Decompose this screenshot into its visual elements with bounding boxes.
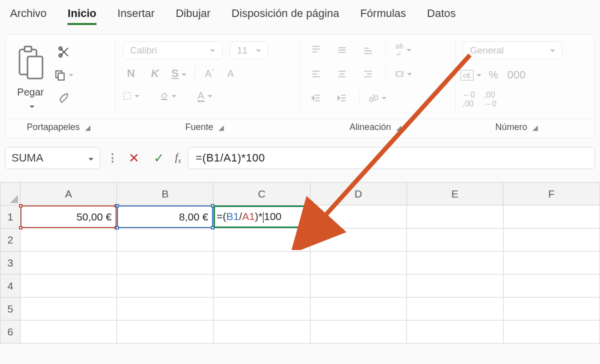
cell-A2[interactable] [20,228,117,252]
cell-C1[interactable]: =(B1/A1)*100 [214,206,310,228]
formula-input[interactable]: =(B1/A1)*100 [188,147,595,169]
number-format-select[interactable]: General [462,42,562,60]
menu-formulas[interactable]: Fórmulas [360,7,406,25]
thousands-button[interactable]: 000 [508,68,526,82]
cell-E1[interactable] [406,206,503,228]
align-left-button[interactable] [308,66,324,82]
align-center-button[interactable] [334,66,350,82]
cell-F1[interactable] [503,206,600,228]
cell-C6[interactable] [214,320,310,344]
grow-font-button[interactable]: A^ [202,68,217,80]
cell-D1[interactable] [310,206,406,228]
font-dialog-launcher[interactable]: ◢ [218,124,224,132]
cell-C3[interactable] [214,252,310,274]
cell-B3[interactable] [117,252,214,274]
cancel-formula-button[interactable]: ✕ [125,150,143,166]
menu-datos[interactable]: Datos [427,7,456,25]
cell-C2[interactable] [214,228,310,252]
row-header-5[interactable]: 5 [0,298,20,320]
col-header-D[interactable]: D [310,182,406,206]
row-header-6[interactable]: 6 [0,320,20,344]
cell-E6[interactable] [406,320,503,344]
borders-button[interactable] [122,88,140,104]
cut-button[interactable] [52,44,76,60]
font-size-select[interactable]: 11 [230,42,268,60]
cell-E2[interactable] [406,228,503,252]
cell-C4[interactable] [214,274,310,298]
cell-F6[interactable] [503,320,600,344]
grid[interactable]: A B C D E F 1 50,00 € 8,00 € =(B1/A1)*10… [0,182,600,344]
col-header-C[interactable]: C [214,182,310,206]
cell-C5[interactable] [214,298,310,320]
row-header-2[interactable]: 2 [0,228,20,252]
cell-F4[interactable] [503,274,600,298]
increase-indent-button[interactable] [334,90,350,106]
cell-D2[interactable] [310,228,406,252]
cell-E3[interactable] [406,252,503,274]
cell-D6[interactable] [310,320,406,344]
wrap-text-button[interactable]: ab⤶ [395,42,412,58]
currency-button[interactable]: c€ [462,66,480,84]
col-header-A[interactable]: A [20,182,117,206]
cell-D3[interactable] [310,252,406,274]
cell-B2[interactable] [117,228,214,252]
font-family-select[interactable]: Calibri [122,42,222,60]
merge-cells-button[interactable] [395,66,412,82]
clipboard-dialog-launcher[interactable]: ◢ [85,124,90,132]
menu-inicio[interactable]: Inicio [68,7,96,25]
row-header-4[interactable]: 4 [0,274,20,298]
number-dialog-launcher[interactable]: ◢ [532,124,538,132]
cell-A4[interactable] [20,274,117,298]
menu-disposicion[interactable]: Disposición de página [232,7,339,25]
cell-B1[interactable]: 8,00 € [117,206,214,228]
name-box[interactable]: SUMA [5,147,100,169]
cell-F5[interactable] [503,298,600,320]
cell-F3[interactable] [503,252,600,274]
row-header-1[interactable]: 1 [0,206,20,228]
cell-B5[interactable] [117,298,214,320]
menu-dibujar[interactable]: Dibujar [176,7,210,25]
paste-button[interactable]: Pegar [12,42,48,112]
paste-dropdown-icon[interactable] [26,100,34,112]
confirm-formula-button[interactable]: ✓ [150,150,168,166]
percent-button[interactable]: % [488,68,498,82]
alignment-dialog-launcher[interactable]: ◢ [396,124,402,132]
cell-A5[interactable] [20,298,117,320]
underline-button[interactable]: S [170,67,188,80]
wrap-icon: ab⤶ [396,42,404,58]
menu-archivo[interactable]: Archivo [10,7,46,25]
col-header-F[interactable]: F [503,182,600,206]
increase-decimal-button[interactable]: ←0,00 [462,90,475,108]
cell-A1[interactable]: 50,00 € [20,206,117,228]
format-painter-button[interactable] [52,90,76,106]
shrink-font-button[interactable]: Aˇ [224,68,239,80]
cell-E4[interactable] [406,274,503,298]
align-bottom-button[interactable] [360,42,376,58]
insert-function-button[interactable]: fx [175,150,181,165]
cell-B4[interactable] [117,274,214,298]
cell-E5[interactable] [406,298,503,320]
col-header-E[interactable]: E [406,182,503,206]
name-box-dropdown-icon[interactable] [86,152,94,164]
decrease-decimal-button[interactable]: ,00→0 [484,90,496,108]
cell-A3[interactable] [20,252,117,274]
col-header-B[interactable]: B [117,182,214,206]
font-color-button[interactable]: A [196,88,214,104]
menu-insertar[interactable]: Insertar [118,7,155,25]
cell-B6[interactable] [117,320,214,344]
cell-D4[interactable] [310,274,406,298]
fill-color-button[interactable] [160,88,176,104]
italic-button[interactable]: K [146,67,164,80]
decrease-indent-button[interactable] [308,90,324,106]
align-right-button[interactable] [360,66,376,82]
select-all-corner[interactable] [0,182,20,206]
bold-button[interactable]: N [122,67,140,80]
copy-button[interactable] [52,68,76,82]
cell-F2[interactable] [503,228,600,252]
cell-A6[interactable] [20,320,117,344]
row-header-3[interactable]: 3 [0,252,20,274]
align-middle-button[interactable] [334,42,350,58]
orientation-button[interactable]: ab [369,90,386,106]
align-top-button[interactable] [308,42,324,58]
cell-D5[interactable] [310,298,406,320]
